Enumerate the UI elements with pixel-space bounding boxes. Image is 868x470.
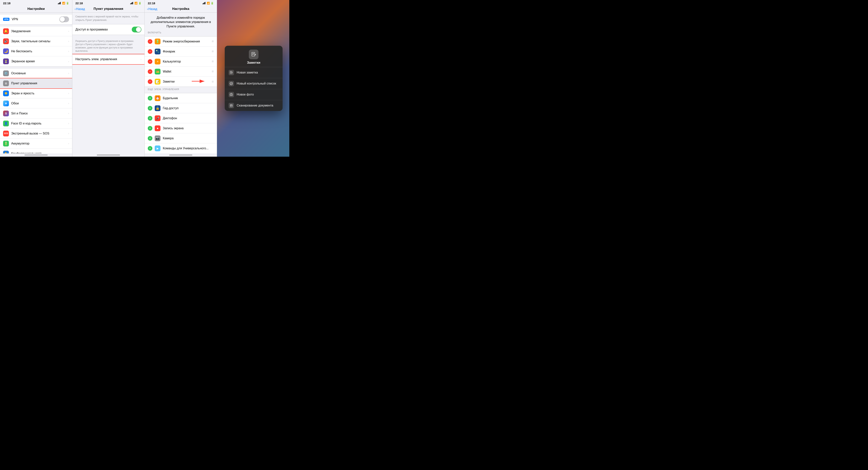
settings-item-siri[interactable]: S Siri и Поиск › — [0, 109, 72, 118]
include-label-0: Режим энергосбережения — [163, 40, 212, 43]
battery-chevron: › — [68, 142, 69, 145]
context-menu-item-2[interactable]: Новое фото — [225, 89, 283, 100]
privacy-chevron: › — [68, 152, 69, 154]
panel-context: Заметки Новая заметка Новый контрольны — [217, 0, 289, 157]
cc-access-toggle[interactable] — [132, 27, 142, 32]
settings-item-battery[interactable]: 🔋 Аккумулятор › — [0, 139, 72, 149]
back-chevron-3: ‹ — [147, 7, 148, 11]
context-menu-item-1[interactable]: Новый контрольный список — [225, 78, 283, 89]
context-menu-item-3[interactable]: Сканирование документа — [225, 100, 283, 111]
remove-btn-3[interactable]: − — [148, 69, 152, 74]
drag-handle-0[interactable]: ≡ — [212, 39, 214, 43]
camera-icon: 📷 — [155, 136, 160, 141]
vpn-item[interactable]: VPN VPN — [0, 14, 72, 24]
context-item-label-1: Новый контрольный список — [237, 82, 276, 85]
customize-item[interactable]: Настроить элем. управления › — [72, 54, 145, 64]
svg-rect-1 — [59, 3, 59, 4]
more-item-2[interactable]: + 🎤 Диктофон — [145, 113, 217, 123]
more-item-3[interactable]: + ● Запись экрана — [145, 123, 217, 133]
battery-icon-2: 🔋 — [138, 2, 142, 5]
drag-handle-2[interactable]: ≡ — [212, 59, 214, 63]
cc-access-item[interactable]: Доступ в программах — [72, 24, 145, 35]
add-btn-1[interactable]: + — [148, 106, 152, 111]
screen-record-icon: ● — [155, 125, 160, 131]
screen-time-label: Экранное время — [11, 60, 68, 63]
svg-rect-8 — [203, 3, 203, 4]
add-btn-5[interactable]: + — [148, 146, 152, 151]
notes-edit-icon — [251, 52, 256, 57]
back-chevron-2: ‹ — [75, 7, 75, 11]
svg-rect-6 — [132, 2, 132, 4]
more-section: + ⏰ Будильник + 🔒 Гид-доступ + 🎤 Диктофо… — [145, 93, 217, 153]
drag-handle-1[interactable]: ≡ — [212, 49, 214, 54]
nav-back-3[interactable]: ‹ Назад — [147, 7, 157, 11]
wallet-icon: 💳 — [155, 69, 160, 75]
siri-label: Siri и Поиск — [11, 112, 68, 115]
include-item-2[interactable]: − = Калькулятор ≡ — [145, 57, 217, 66]
context-item-label-3: Сканирование документа — [237, 104, 273, 107]
settings-item-sos[interactable]: SOS Экстренный вызов — SOS › — [0, 128, 72, 139]
svg-rect-0 — [58, 3, 58, 4]
settings-item-control-center[interactable]: ⊞ Пункт управления › — [0, 78, 72, 88]
settings-item-privacy[interactable]: ✋ Конфиденциальность › — [0, 149, 72, 153]
settings-item-wallpaper[interactable]: ❋ Обои › — [0, 98, 72, 109]
signal-icon-2 — [130, 2, 134, 4]
panel-setup: 22:18 📶 🔋 ‹ Назад Настройка Добавляйте и… — [145, 0, 217, 157]
settings-item-sounds[interactable]: 🔊 Звуки, тактильные сигналы › — [0, 36, 72, 46]
remove-btn-1[interactable]: − — [148, 49, 152, 54]
more-item-1[interactable]: + 🔒 Гид-доступ — [145, 103, 217, 113]
display-chevron: › — [68, 92, 69, 95]
settings-scroll[interactable]: VPN VPN 🔔 Уведомления › 🔊 Звуки, тактиль… — [0, 12, 72, 153]
nav-back-2[interactable]: ‹ Назад — [75, 7, 85, 11]
context-menu-item-0[interactable]: Новая заметка — [225, 67, 283, 78]
home-indicator-3 — [169, 154, 192, 155]
drag-handle-4[interactable]: ≡ — [212, 80, 214, 84]
siri-chevron: › — [68, 112, 69, 115]
svg-rect-3 — [60, 2, 61, 4]
svg-rect-2 — [59, 2, 60, 4]
dnd-label: Не беспокоить — [11, 50, 68, 53]
add-btn-0[interactable]: + — [148, 96, 152, 100]
add-btn-2[interactable]: + — [148, 116, 152, 121]
faceid-label: Face ID и код-пароль — [11, 122, 68, 125]
settings-item-display[interactable]: ☀️ Экран и яркость › — [0, 88, 72, 98]
sos-label: Экстренный вызов — SOS — [11, 132, 68, 135]
alarm-icon: ⏰ — [155, 95, 160, 101]
remove-btn-4[interactable]: − — [148, 79, 152, 84]
include-section: − 🔋 Режим энергосбережения ≡ − 🔦 Фонарик… — [145, 36, 217, 87]
nav-bar-2: ‹ Назад Пункт управления — [72, 6, 145, 12]
add-btn-4[interactable]: + — [148, 136, 152, 141]
svg-rect-11 — [205, 2, 206, 4]
remove-btn-0[interactable]: − — [148, 39, 152, 44]
add-btn-3[interactable]: + — [148, 126, 152, 130]
home-indicator-1 — [25, 154, 48, 155]
include-item-3[interactable]: − 💳 Wallet ≡ — [145, 66, 217, 77]
panel3-title: Настройка — [172, 7, 189, 10]
status-bar-2: 22:18 📶 🔋 — [72, 0, 145, 6]
general-chevron: › — [68, 72, 69, 75]
setup-scroll[interactable]: Добавляйте и изменяйте порядок дополните… — [145, 12, 217, 153]
status-time-2: 22:18 — [75, 2, 83, 5]
vpn-toggle[interactable] — [59, 17, 69, 22]
scan-doc-icon — [228, 103, 234, 108]
notifications-chevron: › — [68, 30, 69, 33]
remove-btn-2[interactable]: − — [148, 59, 152, 64]
display-label: Экран и яркость — [11, 92, 68, 95]
more-item-5[interactable]: + ▶ Команды для Универсального... — [145, 143, 217, 153]
more-item-0[interactable]: + ⏰ Будильник — [145, 93, 217, 103]
cc-scroll[interactable]: Смахните вниз с верхней правой части экр… — [72, 12, 145, 153]
settings-item-faceid[interactable]: 👤 Face ID и код-пароль › — [0, 118, 72, 128]
signal-icon — [58, 2, 61, 4]
drag-handle-3[interactable]: ≡ — [212, 69, 214, 74]
wallpaper-label: Обои — [11, 102, 68, 105]
settings-item-screen-time[interactable]: ⏳ Экранное время › — [0, 56, 72, 66]
more-item-4[interactable]: + 📷 Камера — [145, 133, 217, 143]
new-note-icon — [228, 70, 234, 75]
settings-item-notifications[interactable]: 🔔 Уведомления › — [0, 26, 72, 36]
context-menu: Заметки Новая заметка Новый контрольны — [225, 46, 283, 111]
include-item-1[interactable]: − 🔦 Фонарик ≡ — [145, 47, 217, 57]
settings-item-general[interactable]: ⚙️ Основные › — [0, 68, 72, 78]
include-item-0[interactable]: − 🔋 Режим энергосбережения ≡ — [145, 36, 217, 47]
settings-item-dnd[interactable]: 🌙 Не беспокоить › — [0, 46, 72, 56]
include-item-4[interactable]: − 📝 Заметки ≡ — [145, 77, 217, 87]
